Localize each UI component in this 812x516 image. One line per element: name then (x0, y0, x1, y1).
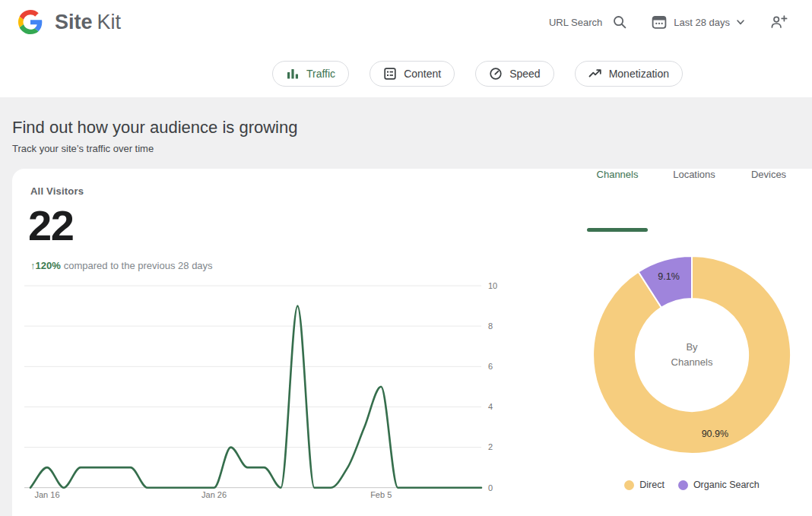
active-tab-underline (587, 228, 648, 232)
audience-banner: Find out how your audience is growing Tr… (12, 118, 297, 154)
tab-locations[interactable]: Locations (654, 169, 734, 185)
calendar-icon (652, 14, 667, 30)
logo-site-text: Site (55, 11, 93, 33)
svg-text:6: 6 (488, 362, 493, 371)
visitors-count: 22 (28, 201, 73, 250)
visitors-line-chart: 0246810Jan 16Jan 26Feb 5 (12, 274, 514, 502)
channels-donut-chart: 90.9%9.1% (585, 249, 798, 461)
tab-traffic-label: Traffic (306, 68, 335, 80)
change-line: ↑120%compared to the previous 28 days (30, 260, 213, 271)
donut-legend: Direct Organic Search (585, 480, 798, 490)
legend-label-direct: Direct (639, 480, 665, 490)
all-visitors-card: All Visitors 22 ↑120%compared to the pre… (12, 169, 812, 516)
sitekit-logo: SiteKit (18, 10, 121, 34)
bar-chart-icon (286, 67, 300, 81)
app-header: SiteKit URL Search Last 28 days (0, 0, 812, 97)
sitekit-dashboard: SiteKit URL Search Last 28 days (0, 0, 812, 516)
tab-speed[interactable]: Speed (475, 61, 553, 87)
add-user-button[interactable] (770, 14, 788, 30)
legend-label-organic-search: Organic Search (693, 480, 760, 490)
legend-item-organic-search: Organic Search (678, 480, 760, 490)
banner-subtitle: Track your site’s traffic over time (12, 143, 297, 154)
trending-up-icon (588, 67, 602, 81)
header-toolbar: URL Search Last 28 days (549, 11, 812, 33)
person-add-icon (770, 14, 788, 30)
logo-title: SiteKit (55, 11, 121, 34)
date-range-selector[interactable]: Last 28 days (652, 14, 744, 30)
banner-title: Find out how your audience is growing (12, 118, 297, 138)
svg-text:Jan 26: Jan 26 (201, 490, 227, 499)
svg-text:Feb 5: Feb 5 (370, 490, 392, 499)
search-icon (612, 14, 627, 30)
context-nav: Traffic Content Speed (272, 61, 683, 87)
tab-monetization[interactable]: Monetization (575, 61, 683, 87)
google-g-icon (18, 10, 43, 34)
svg-text:8: 8 (488, 321, 493, 331)
change-badge: ↑120% (30, 260, 61, 271)
logo-kit-text: Kit (97, 11, 122, 33)
chevron-down-icon (737, 20, 744, 25)
tab-monetization-label: Monetization (609, 68, 669, 80)
tab-content[interactable]: Content (370, 61, 455, 87)
svg-text:2: 2 (488, 442, 493, 451)
svg-text:90.9%: 90.9% (702, 429, 728, 439)
change-suffix: compared to the previous 28 days (64, 260, 213, 271)
date-range-label: Last 28 days (674, 17, 730, 28)
svg-text:Jan 16: Jan 16 (34, 490, 59, 499)
svg-text:9.1%: 9.1% (658, 271, 680, 282)
legend-item-direct: Direct (624, 480, 665, 490)
url-search-button[interactable]: URL Search (549, 14, 627, 30)
tab-content-label: Content (404, 68, 441, 80)
svg-text:10: 10 (488, 281, 497, 290)
tab-channels[interactable]: Channels (587, 169, 648, 185)
svg-text:4: 4 (488, 402, 493, 411)
url-search-label: URL Search (549, 17, 602, 28)
legend-dot-direct (624, 480, 634, 490)
content-list-icon (383, 67, 397, 81)
tab-devices[interactable]: Devices (728, 169, 809, 185)
tab-traffic[interactable]: Traffic (272, 61, 349, 87)
all-visitors-label: All Visitors (30, 185, 84, 197)
tab-speed-label: Speed (509, 68, 540, 80)
speedometer-icon (489, 67, 503, 81)
legend-dot-organic-search (678, 480, 688, 490)
change-value: 120% (36, 260, 61, 271)
svg-text:0: 0 (488, 483, 493, 492)
